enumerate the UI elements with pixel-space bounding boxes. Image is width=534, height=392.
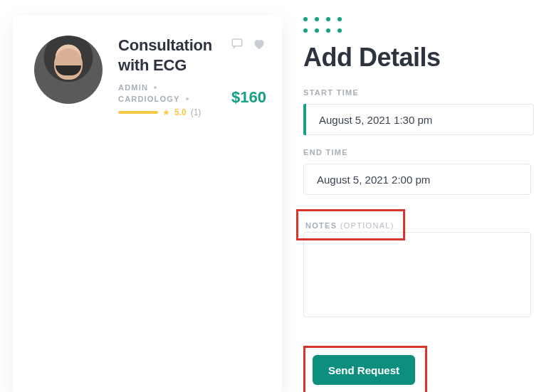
comment-icon[interactable] (231, 37, 244, 54)
highlight-box: NOTES (OPTIONAL) (296, 209, 405, 240)
star-icon: ★ (162, 107, 170, 117)
rating-bar (118, 111, 158, 114)
highlight-box: Send Request (303, 346, 427, 392)
meta-separator (154, 86, 157, 89)
decorative-dots (303, 17, 534, 33)
meta-department: CARDIOLOGY (118, 95, 180, 103)
end-time-value: August 5, 2021 2:00 pm (317, 174, 430, 186)
consultation-card: Consultation with ECG ADMIN CARDIOLOGY ★… (13, 16, 282, 392)
end-time-label: END TIME (303, 148, 534, 157)
notes-textarea[interactable] (303, 232, 531, 317)
meta-admin: ADMIN (118, 83, 148, 92)
start-time-label: START TIME (303, 88, 534, 97)
end-time-input[interactable]: August 5, 2021 2:00 pm (303, 164, 531, 195)
meta-separator (186, 97, 189, 100)
rating-count: (1) (191, 107, 201, 117)
rating-value: 5.0 (174, 107, 187, 117)
avatar (34, 36, 103, 104)
svg-rect-0 (232, 39, 242, 46)
price: $160 (231, 88, 266, 107)
notes-label: NOTES (305, 221, 340, 230)
start-time-value: August 5, 2021 1:30 pm (319, 114, 432, 126)
start-time-input[interactable]: August 5, 2021 1:30 pm (306, 104, 534, 135)
page-title: Add Details (303, 43, 534, 73)
send-request-button[interactable]: Send Request (313, 355, 415, 385)
notes-optional: (OPTIONAL) (340, 221, 394, 230)
card-title: Consultation with ECG (118, 36, 231, 75)
heart-icon[interactable] (252, 37, 266, 54)
